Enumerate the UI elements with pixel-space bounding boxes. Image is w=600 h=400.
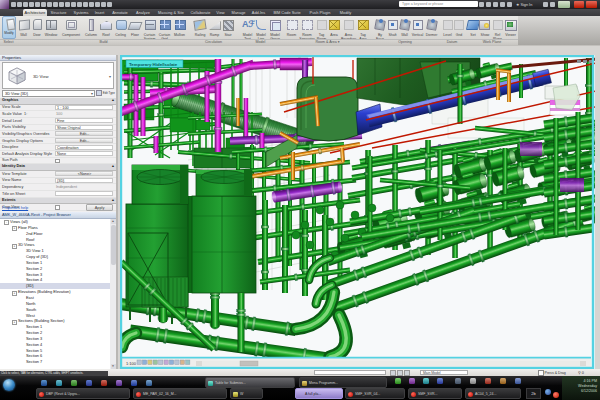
svg-text:1:100: 1:100	[126, 361, 137, 366]
svg-text:Temporary Hide/Isolate: Temporary Hide/Isolate	[129, 62, 178, 67]
